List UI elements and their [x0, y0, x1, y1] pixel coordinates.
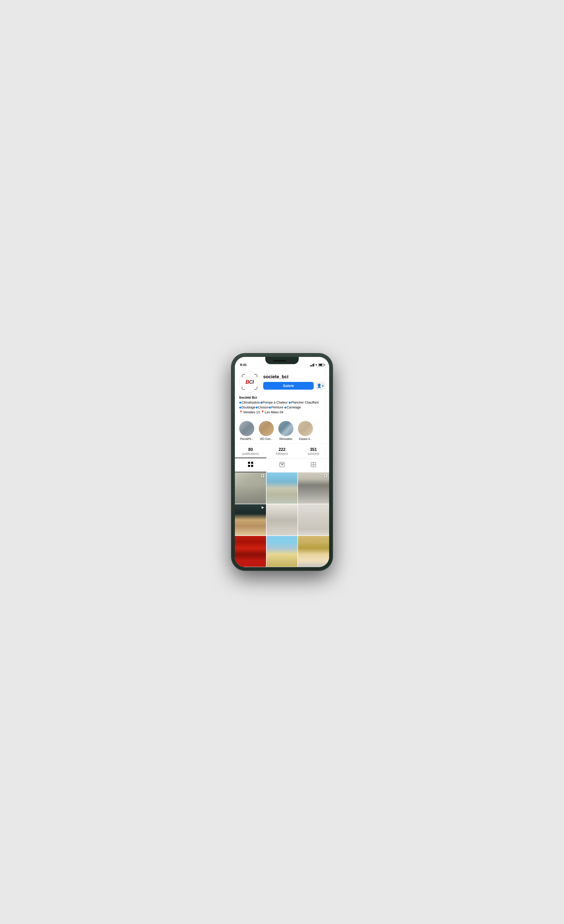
multi-photo-icon-3	[324, 474, 328, 478]
stats-section: 80 publications 222 followers 351 suivi(…	[235, 444, 329, 458]
follow-button[interactable]: Suivre	[263, 382, 314, 390]
multi-photo-icon-1	[261, 474, 264, 478]
location-icon-1: 📍	[239, 411, 243, 414]
publications-count: 80	[235, 447, 266, 452]
following-label: suivi(e)s	[298, 452, 329, 456]
profile-header: BCI societe_bci Suivre 👤+	[235, 368, 329, 393]
location-icon-2: 📍	[261, 411, 265, 414]
followers-count: 222	[266, 447, 298, 452]
grid-item-8[interactable]	[267, 536, 298, 567]
bracket-br-icon	[254, 387, 257, 390]
grid-item-9[interactable]	[298, 536, 329, 567]
video-icon-4	[261, 506, 264, 510]
story-circle-1	[239, 421, 255, 436]
avatar-frame: BCI	[239, 371, 260, 393]
phone-frame: 9:41 ▾	[232, 354, 332, 570]
status-time: 9:41	[240, 363, 247, 367]
svg-rect-1	[251, 462, 253, 464]
bracket-bl-icon	[242, 387, 245, 390]
grid-item-3[interactable]	[298, 472, 329, 504]
grid-item-2[interactable]	[267, 472, 298, 504]
stat-following[interactable]: 351 suivi(e)s	[298, 444, 329, 458]
story-circle-4	[298, 421, 313, 436]
svg-point-8	[313, 464, 314, 465]
following-count: 351	[298, 447, 329, 452]
svg-rect-2	[248, 465, 250, 467]
add-friend-button[interactable]: 👤+	[316, 382, 325, 390]
signal-icon	[310, 363, 315, 366]
screen-content[interactable]: 9:41 ▾	[235, 357, 329, 567]
tab-bar	[235, 458, 329, 472]
tagged-icon	[310, 462, 316, 469]
phone-wrapper: 9:41 ▾	[228, 351, 336, 573]
svg-marker-17	[262, 506, 264, 509]
bci-logo: BCI	[241, 373, 258, 391]
svg-marker-5	[282, 464, 283, 466]
grid-icon	[248, 462, 254, 469]
bio-text: ◆Climatisation◆Pompe à Chaleur ◆Plancher…	[239, 400, 325, 415]
add-person-icon: 👤+	[317, 384, 324, 388]
grid-image-2	[267, 472, 298, 504]
logo-text: BCI	[245, 379, 254, 385]
grid-item-4[interactable]	[235, 504, 266, 536]
wifi-icon: ▾	[315, 363, 317, 367]
grid-image-9	[298, 536, 329, 567]
publications-label: publications	[235, 452, 266, 456]
followers-label: followers	[266, 452, 298, 456]
bio-section: Société Bci ◆Climatisation◆Pompe à Chale…	[235, 396, 329, 418]
reels-icon	[279, 462, 285, 469]
profile-top: BCI societe_bci Suivre 👤+	[239, 371, 325, 393]
speaker	[273, 360, 286, 361]
story-label-3: Rénovation	[279, 438, 292, 440]
svg-rect-0	[248, 462, 250, 464]
grid-item-5[interactable]	[267, 504, 298, 536]
status-icons: ▾	[310, 363, 324, 367]
grid-image-5	[267, 504, 298, 536]
stat-followers[interactable]: 222 followers	[266, 444, 298, 458]
grid-item-6[interactable]	[298, 504, 329, 536]
story-item-3[interactable]: Rénovation	[278, 421, 294, 440]
bio-name: Société Bci	[239, 396, 325, 399]
story-item-2[interactable]: ISO Com...	[259, 421, 274, 440]
profile-info: societe_bci Suivre 👤+	[263, 374, 325, 390]
screen: 9:41 ▾	[235, 357, 329, 567]
tab-reels[interactable]	[266, 458, 298, 472]
story-label-4: Espace d...	[299, 438, 312, 440]
tab-grid[interactable]	[235, 458, 266, 472]
grid-image-8	[267, 536, 298, 567]
svg-rect-3	[251, 465, 253, 467]
photo-grid	[235, 472, 329, 567]
stories-section: Placo&Pe... ISO Com... Rénovation	[235, 418, 329, 444]
bracket-tr-icon	[254, 374, 257, 377]
grid-image-7	[235, 536, 266, 567]
stat-publications[interactable]: 80 publications	[235, 444, 266, 458]
tab-tagged[interactable]	[298, 458, 329, 472]
story-circle-2	[259, 421, 274, 436]
story-item-1[interactable]: Placo&Pe...	[239, 421, 255, 440]
diamond-icon: ◆	[239, 401, 242, 404]
front-camera	[288, 359, 291, 362]
avatar[interactable]: BCI	[239, 371, 260, 393]
grid-item-7[interactable]	[235, 536, 266, 567]
bracket-tl-icon	[242, 374, 245, 377]
grid-image-6	[298, 504, 329, 536]
profile-actions: Suivre 👤+	[263, 382, 325, 390]
battery-icon	[318, 364, 324, 366]
story-label-2: ISO Com...	[260, 438, 273, 440]
story-item-4[interactable]: Espace d...	[298, 421, 313, 440]
username: societe_bci	[263, 374, 325, 380]
story-circle-3	[278, 421, 294, 436]
story-label-1: Placo&Pe...	[240, 438, 254, 440]
notch	[265, 357, 299, 364]
grid-item-1[interactable]	[235, 472, 266, 504]
